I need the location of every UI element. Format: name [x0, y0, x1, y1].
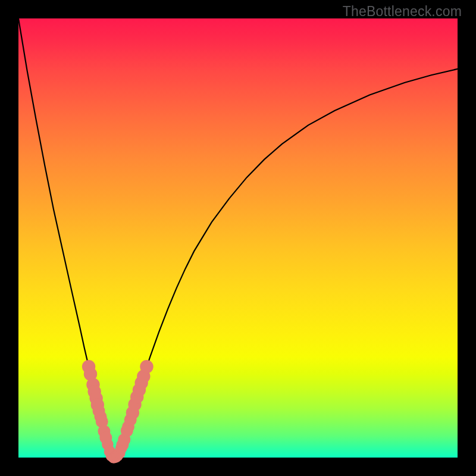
chart-frame: TheBottleneck.com: [0, 0, 476, 476]
marker-dot: [140, 360, 153, 373]
chart-svg: [18, 18, 458, 458]
plot-area: [18, 18, 458, 458]
highlight-markers: [82, 360, 154, 464]
watermark-text: TheBottleneck.com: [343, 4, 462, 20]
bottleneck-curve: [18, 18, 458, 458]
